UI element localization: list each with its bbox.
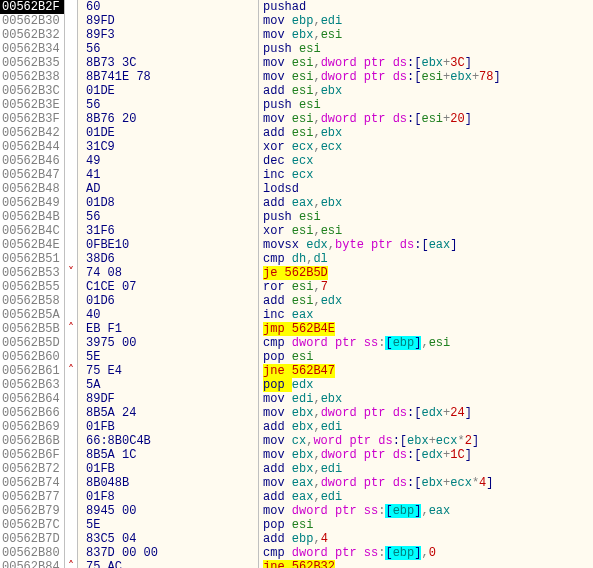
- address-cell[interactable]: 00562B51: [0, 252, 65, 266]
- disasm-cell[interactable]: inc eax: [259, 308, 594, 322]
- address-cell[interactable]: 00562B48: [0, 182, 65, 196]
- address-cell[interactable]: 00562B49: [0, 196, 65, 210]
- address-cell[interactable]: 00562B34: [0, 42, 65, 56]
- disasm-cell[interactable]: add eax,edi: [259, 490, 594, 504]
- disasm-row[interactable]: 00562B38 8B741E 78mov esi,dword ptr ds:[…: [0, 70, 593, 84]
- disasm-cell[interactable]: jne 562B32: [259, 560, 594, 568]
- bytes-cell[interactable]: 5E: [78, 518, 259, 532]
- disasm-row[interactable]: 00562B66 8B5A 24mov ebx,dword ptr ds:[ed…: [0, 406, 593, 420]
- bytes-cell[interactable]: EB F1: [78, 322, 259, 336]
- disasm-cell[interactable]: add ebx,edi: [259, 462, 594, 476]
- disasm-row[interactable]: 00562B51 38D6cmp dh,dl: [0, 252, 593, 266]
- disasm-cell[interactable]: dec ecx: [259, 154, 594, 168]
- bytes-cell[interactable]: 89FD: [78, 14, 259, 28]
- disasm-row[interactable]: 00562B5B˄EB F1jmp 562B4E: [0, 322, 593, 336]
- address-cell[interactable]: 00562B32: [0, 28, 65, 42]
- disasm-cell[interactable]: pop edx: [259, 378, 594, 392]
- disasm-row[interactable]: 00562B4B 56push esi: [0, 210, 593, 224]
- bytes-cell[interactable]: 66:8B0C4B: [78, 434, 259, 448]
- bytes-cell[interactable]: 8B76 20: [78, 112, 259, 126]
- bytes-cell[interactable]: 01DE: [78, 84, 259, 98]
- address-cell[interactable]: 00562B4C: [0, 224, 65, 238]
- address-cell[interactable]: 00562B4B: [0, 210, 65, 224]
- address-cell[interactable]: 00562B47: [0, 168, 65, 182]
- disasm-row[interactable]: 00562B3F 8B76 20mov esi,dword ptr ds:[es…: [0, 112, 593, 126]
- disasm-cell[interactable]: mov ebx,dword ptr ds:[edx+1C]: [259, 448, 594, 462]
- address-cell[interactable]: 00562B44: [0, 140, 65, 154]
- disasm-row[interactable]: 00562B6F 8B5A 1Cmov ebx,dword ptr ds:[ed…: [0, 448, 593, 462]
- disasm-row[interactable]: 00562B48 ADlodsd: [0, 182, 593, 196]
- disasm-row[interactable]: 00562B46 49dec ecx: [0, 154, 593, 168]
- address-cell[interactable]: 00562B66: [0, 406, 65, 420]
- bytes-cell[interactable]: 89DF: [78, 392, 259, 406]
- address-cell[interactable]: 00562B30: [0, 14, 65, 28]
- bytes-cell[interactable]: 01F8: [78, 490, 259, 504]
- address-cell[interactable]: 00562B42: [0, 126, 65, 140]
- disasm-row[interactable]: 00562B47 41inc ecx: [0, 168, 593, 182]
- disasm-cell[interactable]: je 562B5D: [259, 266, 594, 280]
- disasm-row[interactable]: 00562B53˅74 08je 562B5D: [0, 266, 593, 280]
- address-cell[interactable]: 00562B38: [0, 70, 65, 84]
- address-cell[interactable]: 00562B80: [0, 546, 65, 560]
- bytes-cell[interactable]: 31F6: [78, 224, 259, 238]
- disasm-cell[interactable]: pop esi: [259, 350, 594, 364]
- disasm-cell[interactable]: mov ebx,dword ptr ds:[edx+24]: [259, 406, 594, 420]
- address-cell[interactable]: 00562B4E: [0, 238, 65, 252]
- disasm-cell[interactable]: mov ebp,edi: [259, 14, 594, 28]
- address-cell[interactable]: 00562B55: [0, 280, 65, 294]
- address-cell[interactable]: 00562B7D: [0, 532, 65, 546]
- address-cell[interactable]: 00562B35: [0, 56, 65, 70]
- disasm-cell[interactable]: push esi: [259, 98, 594, 112]
- bytes-cell[interactable]: 74 08: [78, 266, 259, 280]
- bytes-cell[interactable]: C1CE 07: [78, 280, 259, 294]
- disasm-cell[interactable]: add esi,ebx: [259, 126, 594, 140]
- address-cell[interactable]: 00562B46: [0, 154, 65, 168]
- disasm-cell[interactable]: mov esi,dword ptr ds:[ebx+3C]: [259, 56, 594, 70]
- bytes-cell[interactable]: 01D8: [78, 196, 259, 210]
- address-cell[interactable]: 00562B60: [0, 350, 65, 364]
- disasm-row[interactable]: 00562B34 56push esi: [0, 42, 593, 56]
- disasm-cell[interactable]: movsx edx,byte ptr ds:[eax]: [259, 238, 594, 252]
- bytes-cell[interactable]: 8945 00: [78, 504, 259, 518]
- disasm-cell[interactable]: add ebx,edi: [259, 420, 594, 434]
- bytes-cell[interactable]: 8B741E 78: [78, 70, 259, 84]
- disasm-cell[interactable]: push esi: [259, 42, 594, 56]
- disasm-cell[interactable]: jmp 562B4E: [259, 322, 594, 336]
- disasm-cell[interactable]: mov edi,ebx: [259, 392, 594, 406]
- bytes-cell[interactable]: 3975 00: [78, 336, 259, 350]
- disasm-row[interactable]: 00562B6B 66:8B0C4Bmov cx,word ptr ds:[eb…: [0, 434, 593, 448]
- bytes-cell[interactable]: 38D6: [78, 252, 259, 266]
- disasm-row[interactable]: 00562B58 01D6add esi,edx: [0, 294, 593, 308]
- disasm-row[interactable]: 00562B30 89FDmov ebp,edi: [0, 14, 593, 28]
- disasm-row[interactable]: 00562B84˄75 ACjne 562B32: [0, 560, 593, 568]
- disasm-row[interactable]: 00562B5A 40inc eax: [0, 308, 593, 322]
- address-cell[interactable]: 00562B64: [0, 392, 65, 406]
- disasm-row[interactable]: 00562B80 837D 00 00cmp dword ptr ss:[ebp…: [0, 546, 593, 560]
- disasm-row[interactable]: 00562B44 31C9xor ecx,ecx: [0, 140, 593, 154]
- disasm-row[interactable]: 00562B74 8B048Bmov eax,dword ptr ds:[ebx…: [0, 476, 593, 490]
- disasm-row[interactable]: 00562B49 01D8add eax,ebx: [0, 196, 593, 210]
- address-cell[interactable]: 00562B63: [0, 378, 65, 392]
- bytes-cell[interactable]: 41: [78, 168, 259, 182]
- disasm-cell[interactable]: pop esi: [259, 518, 594, 532]
- bytes-cell[interactable]: 5E: [78, 350, 259, 364]
- bytes-cell[interactable]: 8B5A 24: [78, 406, 259, 420]
- bytes-cell[interactable]: 56: [78, 42, 259, 56]
- disasm-cell[interactable]: mov dword ptr ss:[ebp],eax: [259, 504, 594, 518]
- bytes-cell[interactable]: 01FB: [78, 420, 259, 434]
- disasm-cell[interactable]: mov esi,dword ptr ds:[esi+ebx+78]: [259, 70, 594, 84]
- bytes-cell[interactable]: 56: [78, 98, 259, 112]
- bytes-cell[interactable]: 49: [78, 154, 259, 168]
- disasm-cell[interactable]: cmp dword ptr ss:[ebp],esi: [259, 336, 594, 350]
- address-cell[interactable]: 00562B6B: [0, 434, 65, 448]
- disasm-row[interactable]: 00562B32 89F3mov ebx,esi: [0, 28, 593, 42]
- disasm-cell[interactable]: add ebp,4: [259, 532, 594, 546]
- disasm-cell[interactable]: xor ecx,ecx: [259, 140, 594, 154]
- disasm-row[interactable]: 00562B63 5Apop edx: [0, 378, 593, 392]
- bytes-cell[interactable]: 83C5 04: [78, 532, 259, 546]
- disasm-cell[interactable]: pushad: [259, 0, 594, 14]
- disasm-cell[interactable]: jne 562B47: [259, 364, 594, 378]
- disasm-cell[interactable]: mov ebx,esi: [259, 28, 594, 42]
- disasm-cell[interactable]: xor esi,esi: [259, 224, 594, 238]
- disasm-cell[interactable]: cmp dword ptr ss:[ebp],0: [259, 546, 594, 560]
